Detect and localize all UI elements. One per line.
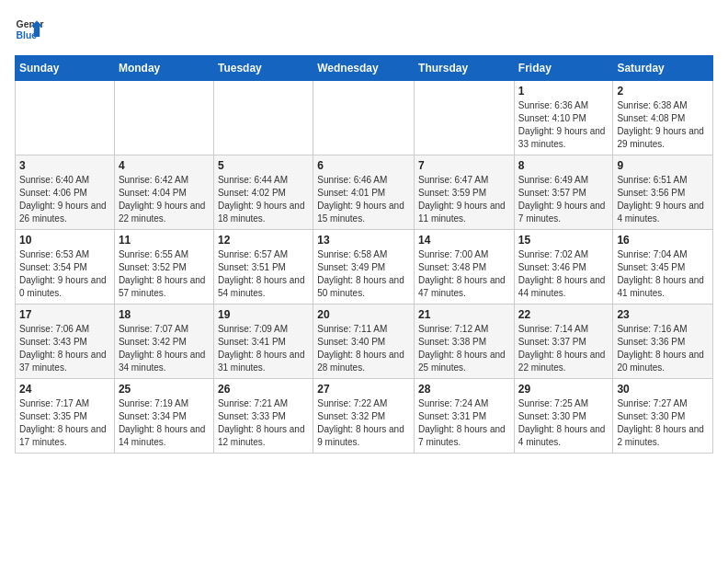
day-info: Sunrise: 7:07 AM Sunset: 3:42 PM Dayligh… — [119, 323, 210, 374]
day-number: 2 — [617, 85, 709, 98]
day-info: Sunrise: 7:19 AM Sunset: 3:34 PM Dayligh… — [119, 397, 210, 449]
day-info: Sunrise: 6:51 AM Sunset: 3:56 PM Dayligh… — [617, 174, 709, 225]
day-cell: 28Sunrise: 7:24 AM Sunset: 3:31 PM Dayli… — [415, 379, 515, 454]
calendar-table: SundayMondayTuesdayWednesdayThursdayFrid… — [15, 55, 713, 454]
dow-thursday: Thursday — [415, 56, 515, 81]
day-cell: 25Sunrise: 7:19 AM Sunset: 3:34 PM Dayli… — [114, 379, 213, 454]
day-number: 21 — [418, 308, 510, 321]
day-cell: 17Sunrise: 7:06 AM Sunset: 3:43 PM Dayli… — [16, 304, 115, 379]
day-cell — [313, 81, 415, 155]
day-info: Sunrise: 6:49 AM Sunset: 3:57 PM Dayligh… — [518, 174, 609, 225]
day-number: 17 — [19, 308, 110, 321]
day-number: 10 — [19, 234, 110, 247]
day-info: Sunrise: 7:00 AM Sunset: 3:48 PM Dayligh… — [418, 248, 510, 300]
day-info: Sunrise: 6:53 AM Sunset: 3:54 PM Dayligh… — [19, 248, 110, 300]
day-cell: 3Sunrise: 6:40 AM Sunset: 4:06 PM Daylig… — [16, 155, 115, 230]
day-info: Sunrise: 7:14 AM Sunset: 3:37 PM Dayligh… — [518, 323, 609, 374]
dow-friday: Friday — [514, 56, 613, 81]
day-cell: 9Sunrise: 6:51 AM Sunset: 3:56 PM Daylig… — [613, 155, 713, 230]
day-number: 4 — [119, 159, 210, 172]
day-cell: 21Sunrise: 7:12 AM Sunset: 3:38 PM Dayli… — [415, 304, 515, 379]
day-number: 27 — [317, 383, 410, 396]
day-info: Sunrise: 7:16 AM Sunset: 3:36 PM Dayligh… — [617, 323, 709, 374]
day-number: 7 — [418, 159, 510, 172]
week-row-4: 17Sunrise: 7:06 AM Sunset: 3:43 PM Dayli… — [16, 304, 713, 379]
day-info: Sunrise: 6:58 AM Sunset: 3:49 PM Dayligh… — [317, 248, 410, 300]
day-info: Sunrise: 7:06 AM Sunset: 3:43 PM Dayligh… — [19, 323, 110, 374]
day-cell: 22Sunrise: 7:14 AM Sunset: 3:37 PM Dayli… — [514, 304, 613, 379]
calendar-body: 1Sunrise: 6:36 AM Sunset: 4:10 PM Daylig… — [16, 81, 713, 454]
day-cell: 26Sunrise: 7:21 AM Sunset: 3:33 PM Dayli… — [213, 379, 313, 454]
day-number: 14 — [418, 234, 510, 247]
day-cell — [213, 81, 313, 155]
day-cell: 18Sunrise: 7:07 AM Sunset: 3:42 PM Dayli… — [114, 304, 213, 379]
day-number: 26 — [218, 383, 309, 396]
dow-tuesday: Tuesday — [213, 56, 313, 81]
day-info: Sunrise: 6:57 AM Sunset: 3:51 PM Dayligh… — [218, 248, 309, 300]
day-info: Sunrise: 6:47 AM Sunset: 3:59 PM Dayligh… — [418, 174, 510, 225]
day-cell: 29Sunrise: 7:25 AM Sunset: 3:30 PM Dayli… — [514, 379, 613, 454]
day-info: Sunrise: 7:27 AM Sunset: 3:30 PM Dayligh… — [617, 397, 709, 449]
day-cell: 4Sunrise: 6:42 AM Sunset: 4:04 PM Daylig… — [114, 155, 213, 230]
day-number: 1 — [518, 85, 609, 98]
week-row-3: 10Sunrise: 6:53 AM Sunset: 3:54 PM Dayli… — [16, 230, 713, 304]
day-cell: 7Sunrise: 6:47 AM Sunset: 3:59 PM Daylig… — [415, 155, 515, 230]
day-number: 9 — [617, 159, 709, 172]
day-info: Sunrise: 7:09 AM Sunset: 3:41 PM Dayligh… — [218, 323, 309, 374]
day-cell: 6Sunrise: 6:46 AM Sunset: 4:01 PM Daylig… — [313, 155, 415, 230]
day-info: Sunrise: 6:44 AM Sunset: 4:02 PM Dayligh… — [218, 174, 309, 225]
day-number: 25 — [119, 383, 210, 396]
day-number: 13 — [317, 234, 410, 247]
dow-sunday: Sunday — [16, 56, 115, 81]
day-cell: 12Sunrise: 6:57 AM Sunset: 3:51 PM Dayli… — [213, 230, 313, 304]
day-cell: 27Sunrise: 7:22 AM Sunset: 3:32 PM Dayli… — [313, 379, 415, 454]
day-cell: 19Sunrise: 7:09 AM Sunset: 3:41 PM Dayli… — [213, 304, 313, 379]
day-number: 18 — [119, 308, 210, 321]
dow-wednesday: Wednesday — [313, 56, 415, 81]
day-info: Sunrise: 6:42 AM Sunset: 4:04 PM Dayligh… — [119, 174, 210, 225]
day-cell: 11Sunrise: 6:55 AM Sunset: 3:52 PM Dayli… — [114, 230, 213, 304]
day-cell: 23Sunrise: 7:16 AM Sunset: 3:36 PM Dayli… — [613, 304, 713, 379]
day-cell: 20Sunrise: 7:11 AM Sunset: 3:40 PM Dayli… — [313, 304, 415, 379]
day-cell — [16, 81, 115, 155]
day-number: 3 — [19, 159, 110, 172]
day-cell: 2Sunrise: 6:38 AM Sunset: 4:08 PM Daylig… — [613, 81, 713, 155]
day-number: 12 — [218, 234, 309, 247]
dow-saturday: Saturday — [613, 56, 713, 81]
week-row-5: 24Sunrise: 7:17 AM Sunset: 3:35 PM Dayli… — [16, 379, 713, 454]
day-info: Sunrise: 6:46 AM Sunset: 4:01 PM Dayligh… — [317, 174, 410, 225]
day-info: Sunrise: 7:25 AM Sunset: 3:30 PM Dayligh… — [518, 397, 609, 449]
day-number: 29 — [518, 383, 609, 396]
logo-icon: General Blue — [15, 15, 44, 44]
day-info: Sunrise: 6:55 AM Sunset: 3:52 PM Dayligh… — [119, 248, 210, 300]
day-info: Sunrise: 7:21 AM Sunset: 3:33 PM Dayligh… — [218, 397, 309, 449]
day-info: Sunrise: 7:22 AM Sunset: 3:32 PM Dayligh… — [317, 397, 410, 449]
day-info: Sunrise: 7:02 AM Sunset: 3:46 PM Dayligh… — [518, 248, 609, 300]
day-cell: 1Sunrise: 6:36 AM Sunset: 4:10 PM Daylig… — [514, 81, 613, 155]
day-cell: 24Sunrise: 7:17 AM Sunset: 3:35 PM Dayli… — [16, 379, 115, 454]
day-number: 6 — [317, 159, 410, 172]
day-cell — [415, 81, 515, 155]
day-cell: 10Sunrise: 6:53 AM Sunset: 3:54 PM Dayli… — [16, 230, 115, 304]
day-number: 23 — [617, 308, 709, 321]
day-number: 5 — [218, 159, 309, 172]
day-number: 19 — [218, 308, 309, 321]
day-info: Sunrise: 7:17 AM Sunset: 3:35 PM Dayligh… — [19, 397, 110, 449]
day-info: Sunrise: 7:11 AM Sunset: 3:40 PM Dayligh… — [317, 323, 410, 374]
day-number: 28 — [418, 383, 510, 396]
day-info: Sunrise: 6:38 AM Sunset: 4:08 PM Dayligh… — [617, 99, 709, 151]
week-row-1: 1Sunrise: 6:36 AM Sunset: 4:10 PM Daylig… — [16, 81, 713, 155]
day-number: 20 — [317, 308, 410, 321]
day-number: 8 — [518, 159, 609, 172]
day-number: 22 — [518, 308, 609, 321]
dow-monday: Monday — [114, 56, 213, 81]
day-number: 16 — [617, 234, 709, 247]
day-cell: 14Sunrise: 7:00 AM Sunset: 3:48 PM Dayli… — [415, 230, 515, 304]
day-cell: 16Sunrise: 7:04 AM Sunset: 3:45 PM Dayli… — [613, 230, 713, 304]
day-info: Sunrise: 6:40 AM Sunset: 4:06 PM Dayligh… — [19, 174, 110, 225]
day-cell — [114, 81, 213, 155]
day-info: Sunrise: 7:24 AM Sunset: 3:31 PM Dayligh… — [418, 397, 510, 449]
day-number: 11 — [119, 234, 210, 247]
day-info: Sunrise: 6:36 AM Sunset: 4:10 PM Dayligh… — [518, 99, 609, 151]
day-of-week-header: SundayMondayTuesdayWednesdayThursdayFrid… — [16, 56, 713, 81]
